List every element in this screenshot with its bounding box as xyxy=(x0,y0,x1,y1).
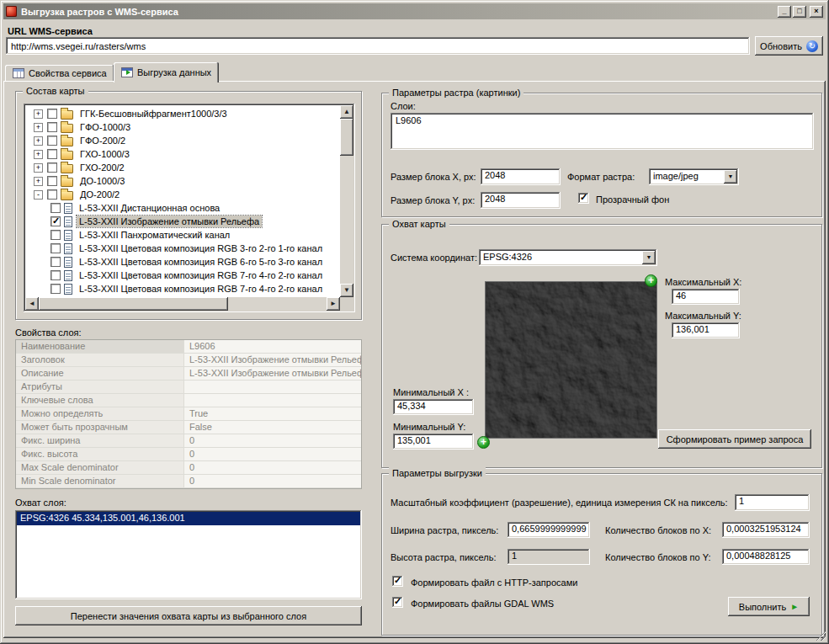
maximize-button[interactable]: □ xyxy=(793,6,806,18)
raster-height-field[interactable]: 1 xyxy=(507,549,590,565)
property-row[interactable]: Ключевые слова xyxy=(16,394,361,407)
chevron-down-icon[interactable]: ▼ xyxy=(724,170,737,184)
max-y-input[interactable]: 136,001 xyxy=(672,322,740,338)
property-name: Фикс. ширина xyxy=(16,434,184,447)
crs-select[interactable]: EPSG:4326 ▼ xyxy=(479,249,657,266)
tree-item[interactable]: -ДО-200/2 xyxy=(27,188,340,201)
tree-checkbox[interactable] xyxy=(50,243,61,253)
tree-item[interactable]: +ГФО-1000/3 xyxy=(27,120,340,134)
tree-item[interactable]: +ГХО-1000/3 xyxy=(27,147,340,161)
property-row[interactable]: Атрибуты xyxy=(16,381,361,394)
expand-icon[interactable]: + xyxy=(34,109,43,119)
folder-icon xyxy=(61,137,73,146)
tree-checkbox[interactable] xyxy=(50,216,61,226)
property-row[interactable]: Min Scale denominator0 xyxy=(16,475,361,488)
min-x-input[interactable]: 45,334 xyxy=(393,399,474,415)
transfer-extent-button[interactable]: Перенести значения охвата карты из выбра… xyxy=(15,606,362,625)
sample-request-button[interactable]: Сформировать пример запроса xyxy=(658,429,811,449)
property-row[interactable]: Max Scale denominator0 xyxy=(16,461,361,475)
tree-checkbox[interactable] xyxy=(47,122,57,132)
tree-item[interactable]: L-53-XXII Дистанционная основа xyxy=(27,201,340,215)
expand-icon[interactable]: + xyxy=(34,150,43,159)
property-row[interactable]: Фикс. ширина0 xyxy=(16,434,361,448)
layer-tree-rows: +ГГК-Бесшовныйфрагмент1000/3/3 +ГФО-1000… xyxy=(25,105,340,297)
max-x-input[interactable]: 46 xyxy=(672,289,740,305)
scroll-down-icon[interactable]: ▼ xyxy=(340,284,353,297)
execute-button[interactable]: Выполнить ► xyxy=(728,597,810,616)
layers-textarea[interactable]: L9606 xyxy=(391,113,814,150)
blocks-y-field[interactable]: 0,00048828125 xyxy=(722,549,810,565)
collapse-icon[interactable]: - xyxy=(34,190,43,200)
expand-icon[interactable]: + xyxy=(34,136,43,146)
tree-item[interactable]: L-53-XXII Изображение отмывки Рельефа xyxy=(27,215,340,228)
tree-item[interactable]: +ГХО-200/2 xyxy=(27,161,340,174)
tree-item[interactable]: +ГГК-Бесшовныйфрагмент1000/3/3 xyxy=(27,107,340,120)
tree-checkbox[interactable] xyxy=(50,257,61,267)
http-file-checkbox[interactable] xyxy=(392,576,403,587)
map-preview[interactable] xyxy=(485,281,657,439)
tree-checkbox[interactable] xyxy=(50,230,61,240)
format-select[interactable]: image/jpeg ▼ xyxy=(649,168,739,185)
horizontal-scroll-thumb[interactable] xyxy=(39,297,228,311)
tree-item[interactable]: +ГФО-200/2 xyxy=(27,134,340,147)
max-y-label: Максимальный Y: xyxy=(665,311,741,321)
property-row[interactable]: ОписаниеL-53-XXII Изображение отмывки Ре… xyxy=(16,367,361,381)
minimize-button[interactable]: _ xyxy=(778,6,791,18)
property-value: L-53-XXII Изображение отмывки Рельефа xyxy=(184,354,361,366)
raster-width-field[interactable]: 0,6659999999999 xyxy=(507,522,590,538)
scroll-left-icon[interactable]: ◄ xyxy=(25,297,39,311)
layer-extent-label: Охват слоя: xyxy=(15,498,66,508)
tree-vertical-scrollbar[interactable]: ▲ ▼ xyxy=(340,105,353,297)
vertical-scroll-thumb[interactable] xyxy=(340,119,353,156)
tree-horizontal-scrollbar[interactable]: ◄ ► xyxy=(25,297,340,311)
tree-checkbox[interactable] xyxy=(47,109,57,119)
tree-checkbox[interactable] xyxy=(47,162,57,173)
tree-checkbox[interactable] xyxy=(47,149,57,159)
titlebar[interactable]: Выгрузка растров с WMS-сервиса _ □ × xyxy=(3,3,826,19)
gdal-files-label: Формировать файлы GDAL WMS xyxy=(411,599,554,609)
tree-checkbox[interactable] xyxy=(50,270,61,280)
close-button[interactable]: × xyxy=(810,6,823,18)
tree-item[interactable]: L-53-XXII Цветовая композиция RGB 3-го 2… xyxy=(27,242,340,255)
extent-max-plus-icon[interactable]: + xyxy=(645,274,657,287)
scroll-up-icon[interactable]: ▲ xyxy=(340,105,353,119)
extent-min-plus-icon[interactable]: + xyxy=(477,436,490,449)
gdal-files-checkbox[interactable] xyxy=(392,597,403,608)
chevron-down-icon[interactable]: ▼ xyxy=(642,251,656,264)
property-row[interactable]: ЗаголовокL-53-XXII Изображение отмывки Р… xyxy=(16,354,361,367)
scroll-right-icon[interactable]: ► xyxy=(327,297,340,311)
property-row[interactable]: Может быть прозрачнымFalse xyxy=(16,421,361,434)
tree-checkbox[interactable] xyxy=(50,203,61,213)
url-input[interactable] xyxy=(6,37,750,55)
tab-data-export[interactable]: Выгрузка данных xyxy=(114,62,219,82)
tree-checkbox[interactable] xyxy=(50,284,61,294)
tree-item[interactable]: +ДО-1000/3 xyxy=(27,174,340,188)
tab-service-properties[interactable]: Свойства сервиса xyxy=(5,65,114,82)
tree-checkbox[interactable] xyxy=(47,189,57,200)
expand-icon[interactable]: + xyxy=(34,163,43,173)
block-y-input[interactable]: 2048 xyxy=(481,192,561,209)
expand-icon[interactable]: + xyxy=(34,123,43,132)
property-row[interactable]: НаименованиеL9606 xyxy=(16,340,361,354)
tree-item[interactable]: L-53-XXII Панхроматический канал xyxy=(27,228,340,242)
min-y-input[interactable]: 135,001 xyxy=(393,434,474,450)
property-row[interactable]: Фикс. высота0 xyxy=(16,448,361,461)
tree-checkbox[interactable] xyxy=(47,176,57,186)
layer-extent-list[interactable]: EPSG:4326 45.334,135.001,46,136.001 xyxy=(15,510,362,599)
tree-item-label: L-53-XXII Цветовая композиция RGB 7-го 4… xyxy=(77,283,325,295)
tree-item[interactable]: L-53-XXII Цветовая композиция RGB 7-го 4… xyxy=(27,269,340,282)
tree-item[interactable]: L-53-XXII Цветовая композиция RGB 7-го 4… xyxy=(27,282,340,295)
refresh-button[interactable]: Обновить ↻ xyxy=(755,36,823,56)
tree-item-label: ДО-200/2 xyxy=(77,189,122,200)
scale-input[interactable]: 1 xyxy=(735,494,810,511)
property-row[interactable]: Можно определятьTrue xyxy=(16,407,361,421)
transparent-checkbox[interactable] xyxy=(578,193,589,204)
tree-item[interactable]: L-53-XXII Цветовая композиция RGB 6-го 5… xyxy=(27,255,340,269)
block-x-input[interactable]: 2048 xyxy=(481,168,561,185)
raster-params-group: Параметры растра (картинки) Слои: L9606 … xyxy=(381,93,822,217)
layer-icon xyxy=(64,230,72,241)
extent-list-item-selected[interactable]: EPSG:4326 45.334,135.001,46,136.001 xyxy=(17,512,360,525)
expand-icon[interactable]: + xyxy=(34,177,43,186)
tree-checkbox[interactable] xyxy=(47,136,57,146)
blocks-x-field[interactable]: 0,0003251953124 xyxy=(722,522,810,538)
